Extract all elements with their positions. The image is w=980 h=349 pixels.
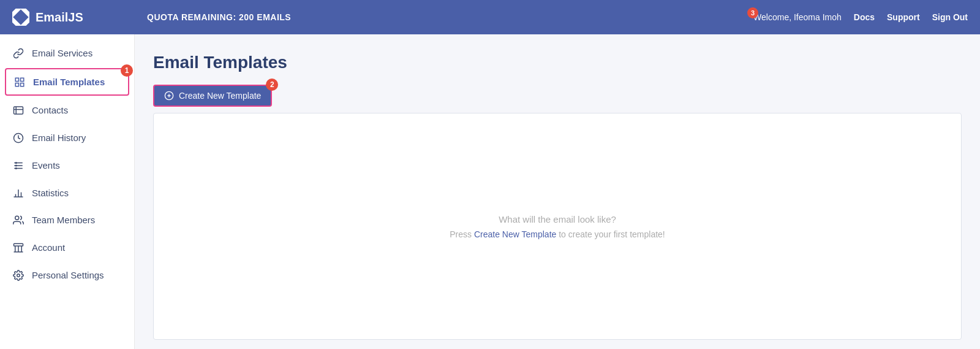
- create-btn-label: Create New Template: [179, 91, 261, 101]
- sign-out-link[interactable]: Sign Out: [932, 12, 968, 22]
- account-icon: [12, 242, 24, 253]
- layout: Email Services Email Templates 1: [0, 34, 980, 349]
- sidebar-item-email-templates[interactable]: Email Templates 1: [5, 68, 129, 96]
- empty-state-desc-prefix: Press: [450, 229, 474, 239]
- create-btn-wrapper: Create New Template 2: [153, 85, 272, 107]
- sidebar-item-account[interactable]: Account: [0, 234, 134, 261]
- sidebar-item-statistics-label: Statistics: [32, 188, 69, 198]
- app-header: EmailJS QUOTA REMAINING: 200 EMAILS 3 We…: [0, 0, 980, 34]
- logo-text: EmailJS: [36, 10, 83, 25]
- main-content: Email Templates Create New Template 2 Wh…: [135, 34, 980, 349]
- email-templates-icon: [13, 76, 26, 88]
- empty-state: What will the email look like? Press Cre…: [450, 214, 665, 239]
- svg-point-24: [17, 274, 20, 277]
- sidebar-item-account-label: Account: [32, 242, 65, 253]
- team-members-icon: [12, 215, 24, 226]
- svg-rect-2: [15, 83, 18, 86]
- sidebar-item-personal-settings[interactable]: Personal Settings: [0, 261, 134, 289]
- toolbar: Create New Template 2: [153, 85, 962, 107]
- sidebar-item-team-members[interactable]: Team Members: [0, 207, 134, 234]
- sidebar-item-contacts[interactable]: Contacts: [0, 97, 134, 125]
- sidebar-item-team-members-label: Team Members: [32, 215, 95, 225]
- svg-rect-0: [15, 78, 18, 81]
- sidebar-item-email-services[interactable]: Email Services: [0, 39, 134, 67]
- personal-settings-icon: [12, 269, 24, 281]
- plus-circle-icon: [164, 91, 174, 101]
- create-new-template-button[interactable]: Create New Template: [153, 85, 272, 107]
- svg-rect-3: [21, 83, 24, 86]
- svg-point-11: [16, 163, 17, 164]
- sidebar-item-events[interactable]: Events: [0, 151, 134, 179]
- sidebar-item-personal-settings-label: Personal Settings: [32, 270, 104, 280]
- docs-link[interactable]: Docs: [854, 12, 875, 22]
- logo: EmailJS: [12, 9, 147, 26]
- logo-icon: [12, 9, 29, 26]
- email-history-icon: [12, 132, 24, 144]
- sidebar-item-email-history-label: Email History: [32, 132, 86, 143]
- contacts-icon: [12, 105, 24, 117]
- empty-state-title: What will the email look like?: [450, 214, 665, 224]
- svg-point-12: [16, 165, 17, 166]
- welcome-text: Welcome, Ifeoma Imoh: [753, 12, 842, 22]
- svg-point-18: [15, 217, 19, 220]
- svg-rect-4: [14, 107, 23, 114]
- content-panel: What will the email look like? Press Cre…: [153, 113, 962, 340]
- sidebar-item-statistics[interactable]: Statistics: [0, 179, 134, 207]
- sidebar-item-events-label: Events: [32, 160, 60, 171]
- header-right: 3 Welcome, Ifeoma Imoh Docs Support Sign…: [753, 12, 968, 22]
- empty-state-desc: Press Create New Template to create your…: [450, 229, 665, 239]
- sidebar-item-email-history[interactable]: Email History: [0, 124, 134, 151]
- sidebar-item-email-templates-label: Email Templates: [33, 77, 105, 87]
- step-badge-2: 2: [266, 79, 278, 91]
- email-services-icon: [12, 47, 24, 59]
- notification-badge: 3: [747, 7, 758, 18]
- statistics-icon: [12, 187, 24, 199]
- empty-state-desc-link: Create New Template: [474, 229, 556, 239]
- events-icon: [12, 159, 24, 171]
- svg-point-13: [16, 168, 17, 169]
- sidebar-item-email-services-label: Email Services: [32, 48, 92, 58]
- empty-state-desc-suffix: to create your first template!: [556, 229, 665, 239]
- svg-rect-1: [21, 78, 24, 81]
- page-title: Email Templates: [153, 53, 962, 72]
- sidebar: Email Services Email Templates 1: [0, 34, 135, 349]
- svg-rect-19: [14, 244, 23, 246]
- support-link[interactable]: Support: [887, 12, 920, 22]
- quota-text: QUOTA REMAINING: 200 EMAILS: [147, 12, 753, 22]
- sidebar-item-contacts-label: Contacts: [32, 105, 68, 115]
- step-badge-1: 1: [121, 64, 133, 77]
